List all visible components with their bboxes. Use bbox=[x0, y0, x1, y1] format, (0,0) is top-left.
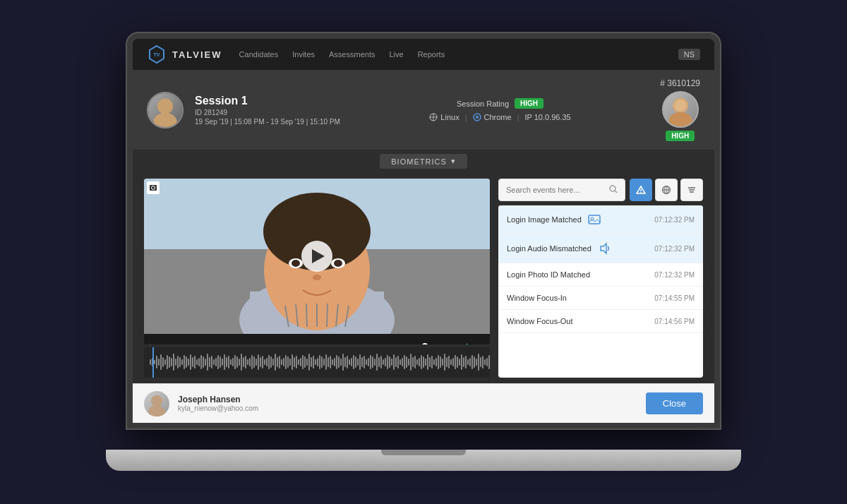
waveform-bar bbox=[444, 354, 445, 371]
waveform-bar bbox=[368, 358, 369, 366]
waveform-bar bbox=[423, 356, 424, 368]
svg-marker-47 bbox=[601, 244, 606, 253]
waveform-bar bbox=[175, 359, 176, 366]
waveform-bar bbox=[463, 357, 464, 367]
event-row[interactable]: Window Focus-In 07:14:55 PM bbox=[498, 287, 703, 310]
waveform-bar bbox=[425, 359, 426, 366]
event-time: 07:12:32 PM bbox=[654, 216, 695, 224]
svg-point-33 bbox=[610, 186, 615, 191]
waveform-bar bbox=[389, 356, 390, 368]
session-info: Session 1 ID 281249 19 Sep '19 | 15:08 P… bbox=[195, 95, 340, 126]
waveform-bar bbox=[457, 356, 458, 368]
browser-icon bbox=[473, 113, 481, 121]
top-nav: TV TALVIEW Candidates Invites Assessment… bbox=[133, 39, 714, 70]
waveform-bar bbox=[488, 355, 490, 369]
event-time: 07:12:32 PM bbox=[654, 271, 695, 279]
event-label: Window Focus-Out bbox=[507, 317, 573, 325]
logo-icon: TV bbox=[147, 44, 167, 64]
session-tech: Linux | Chrome | IP 10.0.96.35 bbox=[429, 113, 570, 121]
waveform-bar bbox=[234, 355, 236, 369]
nav-reports[interactable]: Reports bbox=[418, 50, 445, 59]
waveform-bar bbox=[277, 357, 278, 367]
event-row[interactable]: Login Image Matched 07:12:32 PM bbox=[498, 205, 703, 234]
nav-user-badge[interactable]: NS bbox=[678, 49, 700, 60]
logo-text: TALVIEW bbox=[172, 49, 222, 60]
waveform-bar bbox=[347, 356, 348, 368]
browser-label: Chrome bbox=[473, 113, 512, 121]
events-search-box[interactable] bbox=[498, 179, 625, 201]
waveform-bar bbox=[315, 359, 316, 365]
event-row[interactable]: Window Focus-Out 07:14:56 PM bbox=[498, 310, 703, 333]
session-right: # 3610129 HIGH bbox=[660, 78, 700, 141]
waveform-bar bbox=[431, 356, 433, 368]
waveform-bar bbox=[480, 357, 481, 367]
waveform-bar bbox=[260, 357, 261, 367]
search-input[interactable] bbox=[506, 186, 605, 194]
video-content bbox=[144, 179, 490, 334]
waveform-bar bbox=[429, 357, 431, 367]
waveform-bar bbox=[251, 355, 253, 369]
play-button[interactable] bbox=[301, 241, 332, 272]
waveform-bar bbox=[169, 356, 170, 368]
waveform-bar bbox=[313, 356, 314, 368]
waveform-bar bbox=[349, 359, 350, 365]
playback-speed[interactable]: 1x bbox=[477, 343, 484, 344]
footer-user-info: Joseph Hansen kyla_nienow@yahoo.com bbox=[178, 395, 637, 412]
waveform-bar bbox=[374, 359, 376, 366]
event-row[interactable]: Login Photo ID Matched 07:12:32 PM bbox=[498, 263, 703, 287]
session-date: 19 Sep '19 | 15:08 PM - 19 Sep '19 | 15:… bbox=[195, 118, 340, 126]
waveform-bar bbox=[156, 356, 157, 368]
waveform-bar bbox=[220, 356, 221, 368]
filter-list-icon bbox=[687, 185, 697, 195]
waveform-bar bbox=[292, 354, 293, 370]
nav-assessments[interactable]: Assessments bbox=[329, 50, 375, 59]
waveform-bar bbox=[266, 358, 268, 366]
svg-point-23 bbox=[313, 275, 321, 280]
waveform-bar bbox=[455, 355, 456, 369]
nav-invites[interactable]: Invites bbox=[292, 50, 315, 59]
svg-point-21 bbox=[292, 260, 300, 267]
waveform-bar bbox=[196, 359, 198, 365]
play-icon[interactable]: ▶ bbox=[150, 342, 156, 344]
waveform-bar bbox=[397, 356, 399, 368]
waveform-bar bbox=[213, 359, 215, 365]
waveform-bar bbox=[359, 354, 361, 370]
filter-warning-button[interactable] bbox=[630, 179, 652, 201]
waveform-bar bbox=[302, 355, 304, 369]
waveform-bar bbox=[247, 359, 248, 365]
waveform-bar bbox=[334, 358, 335, 366]
svg-point-2 bbox=[157, 98, 173, 114]
filter-globe-button[interactable] bbox=[655, 179, 678, 201]
waveform-bar bbox=[205, 359, 206, 366]
waveform-bar bbox=[192, 357, 193, 367]
waveform-bar bbox=[215, 358, 217, 366]
waveform-bar bbox=[336, 355, 337, 369]
candidate-avatar bbox=[147, 92, 184, 128]
warning-icon bbox=[636, 185, 646, 195]
waveform-bar bbox=[450, 359, 452, 365]
nav-candidates[interactable]: Candidates bbox=[239, 50, 279, 59]
events-panel: Login Image Matched 07:12:32 PM Login Au… bbox=[498, 179, 703, 378]
biometrics-button[interactable]: BIOMETRICS ▾ bbox=[380, 154, 467, 169]
waveform-bar bbox=[383, 359, 384, 365]
waveform-bar bbox=[442, 359, 443, 366]
waveform-bar bbox=[478, 354, 479, 371]
nav-items: Candidates Invites Assessments Live Repo… bbox=[239, 50, 661, 59]
waveform-bar bbox=[378, 357, 380, 367]
waveform-bar bbox=[209, 357, 210, 367]
waveform-bar bbox=[150, 359, 151, 365]
search-icon bbox=[609, 185, 618, 196]
waveform-bar bbox=[298, 359, 299, 365]
filter-list-button[interactable] bbox=[680, 179, 703, 201]
close-button[interactable]: Close bbox=[646, 392, 703, 414]
event-name: Login Image Matched bbox=[507, 212, 654, 227]
video-player[interactable]: ▶ 00:00 01:53 bbox=[144, 179, 490, 344]
waveform-bar bbox=[243, 357, 244, 367]
nav-live[interactable]: Live bbox=[389, 50, 403, 59]
event-name: Login Photo ID Matched bbox=[507, 270, 654, 279]
waveform-bar bbox=[435, 358, 437, 366]
waveform-playhead bbox=[152, 347, 154, 378]
waveform-bar bbox=[239, 359, 240, 366]
waveform-bar bbox=[467, 359, 469, 365]
event-row[interactable]: Login Audio Mismatched 07:12:32 PM bbox=[498, 234, 703, 263]
